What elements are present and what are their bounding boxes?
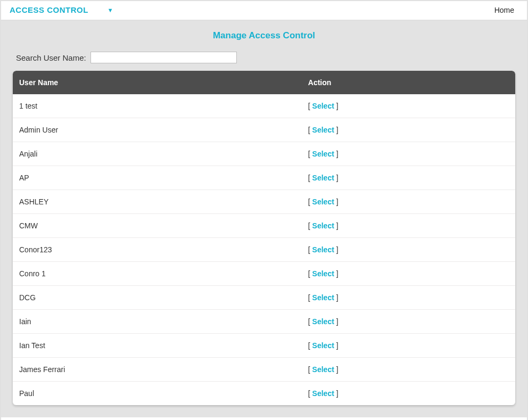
- cell-user: AP: [19, 174, 308, 182]
- bracket-open: [: [308, 126, 312, 134]
- select-link[interactable]: Select: [312, 245, 334, 254]
- table-row: Ian Test[ Select ]: [13, 333, 515, 357]
- cell-user: Conor123: [19, 245, 308, 254]
- select-link[interactable]: Select: [312, 317, 334, 326]
- bracket-close: ]: [334, 317, 339, 326]
- bracket-close: ]: [334, 102, 339, 110]
- cell-user: Conro 1: [19, 269, 308, 278]
- table-row: Iain[ Select ]: [13, 309, 515, 333]
- cell-action: [ Select ]: [308, 221, 509, 230]
- table-row: DCG[ Select ]: [13, 285, 515, 309]
- home-link[interactable]: Home: [494, 6, 518, 14]
- cell-action: [ Select ]: [308, 269, 509, 278]
- cell-user: Anjali: [19, 150, 308, 158]
- bracket-open: [: [308, 197, 312, 206]
- cell-user: James Ferrari: [19, 365, 308, 374]
- bracket-close: ]: [334, 221, 339, 230]
- dropdown-caret-icon[interactable]: ▼: [108, 7, 113, 13]
- bracket-close: ]: [334, 150, 339, 158]
- cell-action: [ Select ]: [308, 341, 509, 350]
- search-input[interactable]: [90, 52, 237, 63]
- cell-user: Ian Test: [19, 341, 308, 350]
- bracket-open: [: [308, 102, 312, 110]
- cell-user: Iain: [19, 317, 308, 326]
- select-link[interactable]: Select: [312, 269, 334, 278]
- cell-action: [ Select ]: [308, 150, 509, 158]
- table-body: 1 test[ Select ]Admin User[ Select ]Anja…: [13, 94, 515, 405]
- select-link[interactable]: Select: [312, 293, 334, 302]
- select-link[interactable]: Select: [312, 102, 334, 110]
- select-link[interactable]: Select: [312, 126, 334, 134]
- select-link[interactable]: Select: [312, 197, 334, 206]
- cell-user: Admin User: [19, 126, 308, 134]
- bracket-close: ]: [334, 389, 339, 398]
- cell-user: DCG: [19, 293, 308, 302]
- bracket-close: ]: [334, 269, 339, 278]
- bracket-open: [: [308, 341, 312, 350]
- table-row: 1 test[ Select ]: [13, 94, 515, 118]
- cell-user: Paul: [19, 389, 308, 398]
- cell-action: [ Select ]: [308, 197, 509, 206]
- cell-action: [ Select ]: [308, 126, 509, 134]
- bracket-open: [: [308, 245, 312, 254]
- table-row: CMW[ Select ]: [13, 213, 515, 237]
- bracket-close: ]: [334, 341, 339, 350]
- bracket-open: [: [308, 221, 312, 230]
- topbar-title: ACCESS CONTROL: [10, 5, 88, 14]
- cell-user: ASHLEY: [19, 197, 308, 206]
- cell-action: [ Select ]: [308, 245, 509, 254]
- bracket-close: ]: [334, 365, 339, 374]
- bracket-open: [: [308, 389, 312, 398]
- table-row: James Ferrari[ Select ]: [13, 357, 515, 381]
- header-user: User Name: [19, 78, 308, 87]
- table-row: Conro 1[ Select ]: [13, 261, 515, 285]
- select-link[interactable]: Select: [312, 341, 334, 350]
- bracket-open: [: [308, 365, 312, 374]
- select-link[interactable]: Select: [312, 365, 334, 374]
- cell-user: 1 test: [19, 102, 308, 110]
- table-row: Conor123[ Select ]: [13, 237, 515, 261]
- cell-action: [ Select ]: [308, 102, 509, 110]
- table-row: Anjali[ Select ]: [13, 142, 515, 166]
- bracket-close: ]: [334, 126, 339, 134]
- table-row: Paul[ Select ]: [13, 381, 515, 405]
- table-row: AP[ Select ]: [13, 166, 515, 190]
- table-header: User Name Action: [13, 71, 515, 94]
- cell-user: CMW: [19, 221, 308, 230]
- content-area: Manage Access Control Search User Name: …: [1, 21, 527, 417]
- cell-action: [ Select ]: [308, 317, 509, 326]
- select-link[interactable]: Select: [312, 221, 334, 230]
- bracket-open: [: [308, 150, 312, 158]
- cell-action: [ Select ]: [308, 389, 509, 398]
- table-row: ASHLEY[ Select ]: [13, 190, 515, 213]
- cell-action: [ Select ]: [308, 174, 509, 182]
- cell-action: [ Select ]: [308, 365, 509, 374]
- bracket-open: [: [308, 293, 312, 302]
- header-action: Action: [308, 78, 509, 87]
- bracket-open: [: [308, 317, 312, 326]
- bracket-close: ]: [334, 293, 339, 302]
- user-table: User Name Action 1 test[ Select ]Admin U…: [13, 71, 515, 405]
- table-row: Admin User[ Select ]: [13, 118, 515, 142]
- select-link[interactable]: Select: [312, 150, 334, 158]
- search-label: Search User Name:: [16, 53, 86, 62]
- cell-action: [ Select ]: [308, 293, 509, 302]
- bracket-close: ]: [334, 197, 339, 206]
- select-link[interactable]: Select: [312, 174, 334, 182]
- topbar: ACCESS CONTROL ▼ Home: [1, 1, 527, 21]
- select-link[interactable]: Select: [312, 389, 334, 398]
- bracket-open: [: [308, 269, 312, 278]
- search-row: Search User Name:: [13, 52, 515, 71]
- bracket-close: ]: [334, 174, 339, 182]
- page-title: Manage Access Control: [13, 30, 515, 41]
- bracket-open: [: [308, 174, 312, 182]
- bracket-close: ]: [334, 245, 339, 254]
